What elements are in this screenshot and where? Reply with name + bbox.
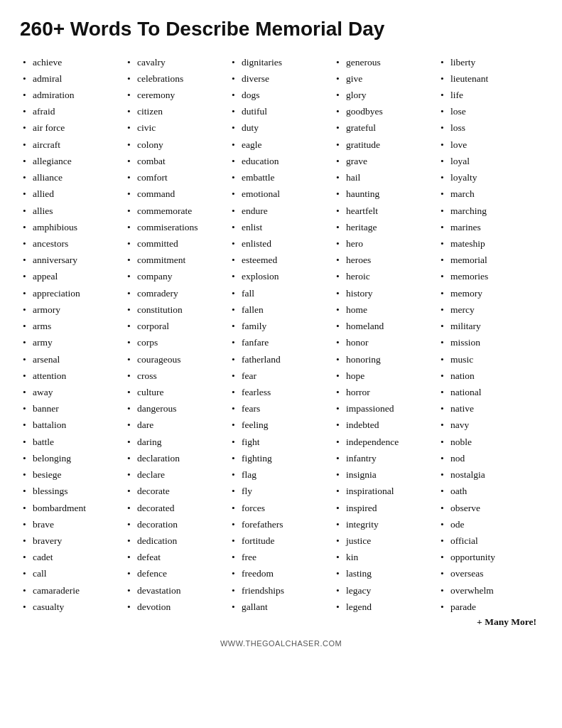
list-item: forces [232, 500, 330, 516]
list-item: comfort [127, 169, 226, 186]
list-item: admiral [23, 70, 121, 87]
list-item: fallen [232, 301, 330, 318]
list-item: memorial [441, 252, 539, 268]
list-item: lose [441, 103, 539, 119]
list-item: besiege [23, 466, 121, 483]
list-item: bravery [23, 532, 121, 549]
list-item: arms [23, 318, 121, 334]
list-item: anniversary [23, 252, 121, 268]
list-item: history [336, 285, 435, 301]
list-item: enlist [232, 219, 330, 235]
list-item: casualty [23, 599, 121, 615]
list-item: dignitaries [232, 54, 330, 70]
list-item: banner [23, 400, 121, 417]
list-item: love [441, 136, 539, 153]
list-item: declare [127, 466, 226, 483]
list-item: afraid [23, 103, 121, 119]
list-item: aircraft [23, 136, 121, 153]
list-item: march [441, 186, 539, 202]
list-item: corporal [127, 318, 226, 334]
list-item: endure [232, 203, 330, 219]
list-item: decoration [127, 516, 226, 532]
list-item: belonging [23, 450, 121, 466]
list-item: cadet [23, 549, 121, 565]
list-item: diverse [232, 70, 330, 87]
footer: WWW.THEGOALCHASER.COM [20, 639, 542, 648]
list-item: decorated [127, 500, 226, 516]
page-title: 260+ Words To Describe Memorial Day [20, 17, 542, 41]
list-item: battalion [23, 417, 121, 433]
list-item: dangerous [127, 400, 226, 417]
list-item: noble [441, 434, 539, 450]
list-item: heroes [336, 252, 435, 268]
list-item: dedication [127, 532, 226, 549]
list-item: courageous [127, 351, 226, 368]
list-item: national [441, 384, 539, 400]
list-item: enlisted [232, 235, 330, 252]
list-item: fall [232, 285, 330, 301]
list-item: loyal [441, 153, 539, 169]
list-item: appreciation [23, 285, 121, 301]
list-item: feeling [232, 417, 330, 433]
column-1: achieveadmiraladmirationafraidair forcea… [20, 54, 124, 628]
list-item: overseas [441, 565, 539, 582]
list-item: loyalty [441, 169, 539, 186]
list-item: away [23, 384, 121, 400]
list-item: horror [336, 384, 435, 400]
list-item: fly [232, 483, 330, 499]
list-item: family [232, 318, 330, 334]
list-item: admiration [23, 87, 121, 103]
word-list-2: cavalrycelebrationsceremonycitizencivicc… [127, 54, 226, 615]
list-item: fighting [232, 450, 330, 466]
list-item: nod [441, 450, 539, 466]
list-item: comradery [127, 285, 226, 301]
list-item: heartfelt [336, 203, 435, 219]
column-4: generousgiveglorygoodbyesgratefulgratitu… [333, 54, 438, 628]
list-item: inspirational [336, 483, 435, 499]
list-item: loss [441, 119, 539, 136]
list-item: commitment [127, 252, 226, 268]
list-item: marching [441, 203, 539, 219]
list-item: explosion [232, 268, 330, 284]
list-item: nation [441, 368, 539, 384]
list-item: free [232, 549, 330, 565]
list-item: brave [23, 516, 121, 532]
list-item: embattle [232, 169, 330, 186]
list-item: goodbyes [336, 103, 435, 119]
list-item: glory [336, 87, 435, 103]
list-item: decorate [127, 483, 226, 499]
list-item: opportunity [441, 549, 539, 565]
list-item: fears [232, 400, 330, 417]
list-item: allied [23, 186, 121, 202]
list-item: esteemed [232, 252, 330, 268]
list-item: give [336, 70, 435, 87]
list-item: independence [336, 434, 435, 450]
list-item: devotion [127, 599, 226, 615]
list-item: attention [23, 368, 121, 384]
column-2: cavalrycelebrationsceremonycitizencivicc… [124, 54, 229, 628]
list-item: blessings [23, 483, 121, 499]
list-item: citizen [127, 103, 226, 119]
list-item: commemorate [127, 203, 226, 219]
list-item: corps [127, 334, 226, 350]
list-item: mateship [441, 235, 539, 252]
word-columns: achieveadmiraladmirationafraidair forcea… [20, 54, 542, 628]
list-item: company [127, 268, 226, 284]
list-item: hope [336, 368, 435, 384]
list-item: lieutenant [441, 70, 539, 87]
list-item: heritage [336, 219, 435, 235]
list-item: navy [441, 417, 539, 433]
column-5: libertylieutenantlifeloselossloveloyallo… [438, 54, 542, 628]
list-item: honor [336, 334, 435, 350]
list-item: arsenal [23, 351, 121, 368]
list-item: combat [127, 153, 226, 169]
list-item: gallant [232, 599, 330, 615]
list-item: flag [232, 466, 330, 483]
list-item: observe [441, 500, 539, 516]
list-item: friendships [232, 582, 330, 599]
list-item: marines [441, 219, 539, 235]
list-item: honoring [336, 351, 435, 368]
list-item: military [441, 318, 539, 334]
list-item: civic [127, 119, 226, 136]
list-item: hero [336, 235, 435, 252]
